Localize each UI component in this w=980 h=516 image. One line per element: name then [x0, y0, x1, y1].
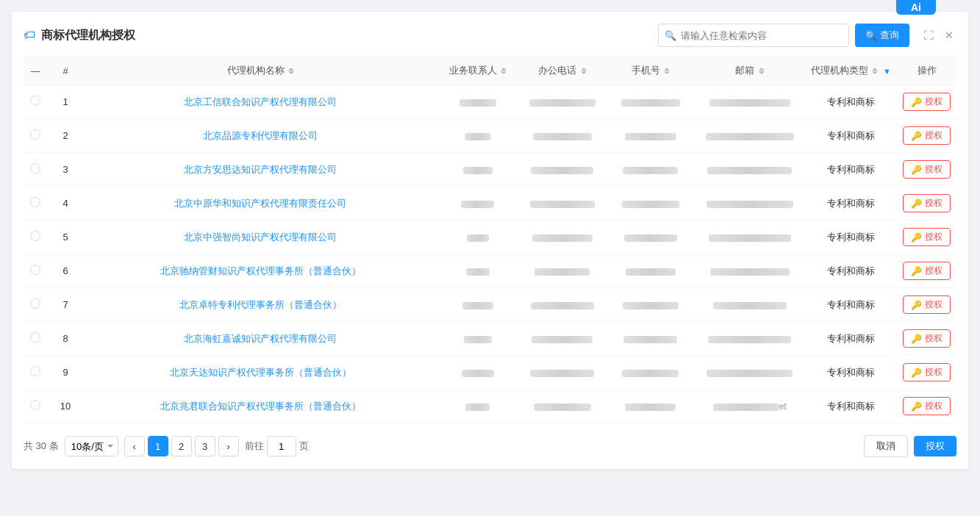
- radio-circle[interactable]: [30, 298, 40, 309]
- company-name-link[interactable]: 北京工信联合知识产权代理有限公司: [184, 96, 337, 107]
- company-name-link[interactable]: 北京方安思达知识产权代理有限公司: [184, 164, 337, 175]
- row-contact-cell: [437, 288, 518, 322]
- row-mobile-cell: [607, 221, 695, 254]
- grant-button[interactable]: 授权: [914, 436, 956, 456]
- sort-mobile-icon: [664, 68, 670, 74]
- contact-blurred: [467, 234, 489, 242]
- row-contact-cell: [437, 254, 518, 288]
- email-suffix: et: [779, 401, 787, 412]
- authorize-label: 授权: [925, 366, 943, 379]
- row-email-cell: [695, 187, 805, 221]
- radio-circle[interactable]: [30, 163, 40, 173]
- jump-prefix: 前往: [245, 440, 264, 453]
- row-email-cell: [695, 288, 805, 322]
- row-select-cell: [24, 85, 47, 119]
- col-email[interactable]: 邮箱: [695, 57, 805, 85]
- filter-type-icon[interactable]: ▼: [883, 67, 891, 76]
- company-name-link[interactable]: 北京卓特专利代理事务所（普通合伙）: [179, 299, 342, 310]
- authorize-button[interactable]: 🔑 授权: [903, 228, 951, 246]
- email-blurred: [708, 336, 791, 343]
- row-name-cell: 北京中原华和知识产权代理有限责任公司: [84, 187, 437, 221]
- company-name-link[interactable]: 北京天达知识产权代理事务所（普通合伙）: [170, 367, 351, 378]
- radio-circle[interactable]: [30, 96, 40, 106]
- col-select: —: [24, 57, 47, 85]
- authorize-button[interactable]: 🔑 授权: [903, 194, 951, 212]
- company-name-link[interactable]: 北京品源专利代理有限公司: [203, 130, 318, 141]
- email-blurred: [713, 302, 787, 309]
- authorize-icon: 🔑: [911, 368, 922, 378]
- row-phone-cell: [518, 153, 607, 187]
- row-type-cell: 专利和商标: [805, 153, 897, 187]
- radio-circle[interactable]: [30, 332, 40, 343]
- page-jump-input[interactable]: [267, 436, 296, 456]
- query-button[interactable]: 🔍 查询: [855, 24, 909, 47]
- radio-circle[interactable]: [30, 231, 40, 241]
- company-name-link[interactable]: 北京海虹嘉诚知识产权代理有限公司: [184, 333, 337, 344]
- main-card: 🏷 商标代理机构授权 🔍 🔍 查询 ⛶ ✕: [12, 12, 968, 469]
- col-num: #: [47, 57, 84, 85]
- col-name[interactable]: 代理机构名称: [84, 57, 437, 85]
- row-action-cell: 🔑 授权: [897, 322, 956, 356]
- radio-circle[interactable]: [30, 197, 40, 207]
- contact-blurred: [465, 133, 490, 140]
- authorize-button[interactable]: 🔑 授权: [903, 126, 951, 145]
- col-mobile[interactable]: 手机号: [607, 57, 695, 85]
- col-office-phone[interactable]: 办公电话: [518, 57, 607, 85]
- row-mobile-cell: [607, 356, 695, 390]
- authorize-button[interactable]: 🔑 授权: [903, 363, 951, 381]
- table-row: 1北京工信联合知识产权代理有限公司专利和商标 🔑 授权: [24, 85, 956, 119]
- radio-circle[interactable]: [30, 265, 40, 275]
- row-email-cell: [695, 254, 805, 288]
- authorize-label: 授权: [925, 231, 943, 243]
- header-right: 🔍 🔍 查询 ⛶ ✕: [658, 24, 956, 47]
- page-2-button[interactable]: 2: [171, 436, 192, 456]
- page-title: 商标代理机构授权: [41, 28, 135, 43]
- contact-blurred: [464, 336, 492, 343]
- col-contact[interactable]: 业务联系人: [437, 57, 518, 85]
- email-blurred: [713, 404, 779, 411]
- radio-circle[interactable]: [30, 366, 40, 376]
- close-icon[interactable]: ✕: [942, 28, 956, 43]
- sort-name-icon: [288, 68, 294, 74]
- row-contact-cell: [437, 153, 518, 187]
- company-name-link[interactable]: 北京驰纳管财知识产权代理事务所（普通合伙）: [160, 265, 361, 276]
- email-blurred: [707, 201, 793, 208]
- table-header-row: — # 代理机构名称 业务联系人: [24, 57, 956, 85]
- page-size-dropdown[interactable]: 10条/页 20条/页 50条/页: [65, 436, 118, 456]
- row-type-cell: 专利和商标: [805, 221, 897, 254]
- col-type[interactable]: 代理机构类型 ▼: [805, 57, 897, 85]
- cancel-button[interactable]: 取消: [864, 435, 908, 457]
- row-action-cell: 🔑 授权: [897, 254, 956, 288]
- radio-circle[interactable]: [30, 129, 40, 140]
- authorize-label: 授权: [925, 163, 943, 176]
- authorize-button[interactable]: 🔑 授权: [903, 295, 951, 314]
- authorize-button[interactable]: 🔑 授权: [903, 397, 951, 415]
- authorize-label: 授权: [925, 298, 943, 311]
- prev-page-button[interactable]: ‹: [124, 436, 145, 456]
- company-name-link[interactable]: 北京中原华和知识产权代理有限责任公司: [174, 198, 346, 209]
- row-action-cell: 🔑 授权: [897, 153, 956, 187]
- authorize-button[interactable]: 🔑 授权: [903, 160, 951, 179]
- row-phone-cell: [518, 119, 607, 153]
- table-row: 9北京天达知识产权代理事务所（普通合伙）专利和商标 🔑 授权: [24, 356, 956, 390]
- authorize-button[interactable]: 🔑 授权: [903, 93, 951, 111]
- company-name-link[interactable]: 北京兆君联合知识产权代理事务所（普通合伙）: [160, 401, 361, 412]
- row-num-cell: 1: [47, 85, 84, 119]
- page-1-button[interactable]: 1: [148, 436, 168, 456]
- authorize-button[interactable]: 🔑 授权: [903, 262, 951, 280]
- row-contact-cell: [437, 390, 518, 423]
- company-name-link[interactable]: 北京中强智尚知识产权代理有限公司: [184, 232, 337, 243]
- row-email-cell: et: [695, 390, 805, 423]
- authorize-button[interactable]: 🔑 授权: [903, 329, 951, 348]
- table-row: 5北京中强智尚知识产权代理有限公司专利和商标 🔑 授权: [24, 221, 956, 254]
- row-name-cell: 北京品源专利代理有限公司: [84, 119, 437, 153]
- authorize-icon: 🔑: [911, 334, 922, 344]
- row-select-cell: [24, 356, 47, 390]
- next-page-button[interactable]: ›: [218, 436, 239, 456]
- authorize-label: 授权: [925, 96, 943, 108]
- radio-circle[interactable]: [30, 400, 40, 410]
- expand-icon[interactable]: ⛶: [921, 28, 936, 43]
- page-3-button[interactable]: 3: [195, 436, 215, 456]
- search-input[interactable]: [658, 24, 849, 47]
- email-blurred: [709, 234, 791, 242]
